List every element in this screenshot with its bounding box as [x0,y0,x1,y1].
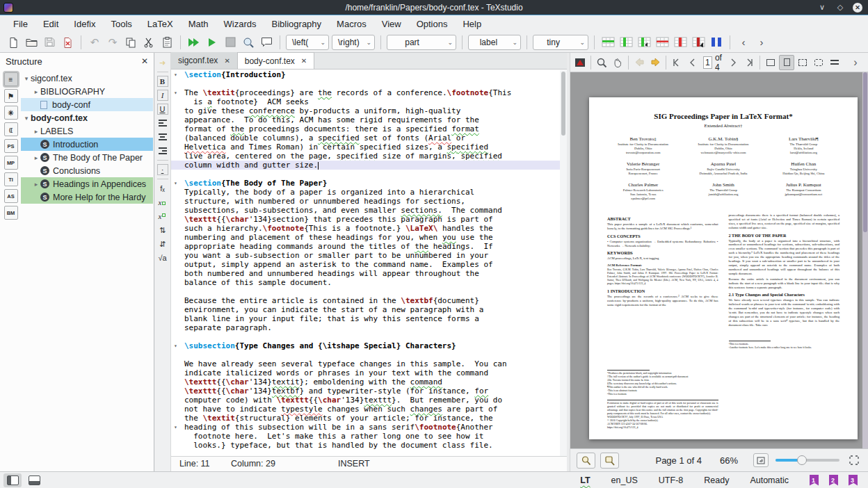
structure-item[interactable]: ▾body-conf.tex [21,111,153,124]
expand-icon[interactable]: ▸ [32,128,40,135]
code-line[interactable]: appropriate heading commands around the … [171,242,560,251]
cut-button[interactable] [140,33,158,51]
menu-bibliography[interactable]: Bibliography [264,16,330,32]
align-right-button-icon[interactable] [156,144,170,158]
menu-idefix[interactable]: Idefix [66,16,103,32]
close-icon[interactable]: ✕ [853,3,862,13]
code-line[interactable]: \texttt{{\char'134}textbf} and typewrite… [171,387,560,396]
magnifier-rect-icon[interactable] [600,453,619,469]
pdf-search-icon[interactable] [594,55,609,70]
fold-marker-icon[interactable]: ▾ [174,179,177,188]
structure-item[interactable]: ▾sigconf.tex [21,72,153,85]
symbols-panel-icon[interactable]: ✳ [4,106,18,120]
metapost-panel-icon[interactable]: MP [4,156,18,170]
close-tab-icon[interactable]: ✕ [224,57,230,65]
structure-item[interactable]: SConclusions [21,164,153,177]
bold-button-icon[interactable]: B [156,74,170,88]
menu-latex[interactable]: LaTeX [140,16,181,32]
fold-marker-icon[interactable]: ▾ [174,88,177,97]
magnifier-round-icon[interactable] [577,453,595,469]
scrollbar-thumb[interactable] [561,72,565,136]
underset-button-icon[interactable]: ⇅ [156,223,170,237]
zoom-fit-icon[interactable] [753,453,769,467]
collapse-icon[interactable]: ▾ [22,115,31,122]
view-button[interactable] [203,33,221,51]
menu-file[interactable]: File [6,16,35,32]
fit-width-icon[interactable] [763,55,778,70]
code-line[interactable]: is a footnote} ACM seeks [171,97,560,106]
menu-edit[interactable]: Edit [35,16,66,32]
code-line[interactable]: ▾heading of this subsection will be in a… [171,423,560,432]
paste-column-button[interactable] [635,33,653,51]
brackets-panel-icon[interactable]: ([ [4,122,18,136]
code-line[interactable]: to give these conference by-products a u… [171,106,560,115]
align-columns-button[interactable] [707,33,725,51]
languagetool-indicator[interactable]: LT [580,475,590,485]
pdf-scroll-area[interactable]: SIG Proceedings Paper in LaTeX Format* E… [570,72,868,448]
code-line[interactable]: subsections, sub-subsections, and even s… [171,206,560,215]
save-button[interactable] [40,33,58,51]
structure-item[interactable]: ▸SHeadings in Appendices [21,177,153,190]
close-tab-icon[interactable]: ✕ [301,57,307,65]
code-line[interactable]: footnote here. Let's make this a rather … [171,432,560,441]
code-line[interactable] [171,79,560,88]
structure-item[interactable]: ▸LABELS [21,124,153,138]
code-line[interactable]: ▾\section{Introduction} [171,70,560,79]
structure-item[interactable]: SMore Help for the Hardy [21,190,153,204]
code-line[interactable]: format of the proceedings documents: the… [171,124,560,133]
pstricks-panel-icon[interactable]: PS [4,139,18,153]
code-area[interactable]: ▾\section{Introduction}▾The \textit{proc… [171,70,560,456]
collapse-icon[interactable]: ▾ [22,75,31,82]
italic-button-icon[interactable]: I [156,88,170,102]
toggle-messages-panel-button[interactable] [25,473,43,487]
menu-help[interactable]: Help [455,16,489,32]
slider-knob[interactable] [797,455,807,465]
expand-icon[interactable]: ▸ [32,181,40,188]
code-line[interactable]: output, simply append an asterisk to the… [171,260,560,269]
first-page-icon[interactable] [669,55,684,70]
previous-document-icon[interactable]: ‹ [734,33,753,51]
tab-sigconf[interactable]: sigconf.tex ✕ [171,52,238,69]
code-line[interactable]: the \textit{structural} elements of your… [171,414,560,423]
code-line[interactable]: structure, with numbered or unnumbered h… [171,197,560,206]
add-row-button[interactable] [599,33,617,51]
structure-item[interactable]: ▸BIBLIOGRAPHY [21,85,153,98]
code-line[interactable]: looks.} typeface, but that is handled by… [171,441,560,450]
menu-math[interactable]: Math [181,16,216,32]
code-line[interactable]: blank line in your input file; that is w… [171,314,560,323]
bookmark-flag-icon[interactable]: 3 [849,475,858,486]
paste-button[interactable] [158,33,176,51]
build-and-view-button[interactable] [185,33,203,51]
beamer-panel-icon[interactable]: BM [4,206,18,220]
code-line[interactable]: Because the entire article is contained … [171,296,560,305]
structure-item[interactable]: ▸SThe Body of The Paper [21,151,153,164]
dot-accent-button-icon[interactable]: · [156,163,170,177]
code-line[interactable]: not have to indicate typestyle changes w… [171,405,560,414]
code-line[interactable]: computer code) with \texttt{{\char'134}t… [171,396,560,405]
fold-marker-icon[interactable]: ▾ [174,423,177,432]
close-document-button[interactable] [58,33,77,51]
code-line[interactable]: both numbered and unnumbered headings wi… [171,269,560,278]
back-icon[interactable] [632,55,647,70]
align-left-button-icon[interactable] [156,116,170,130]
next-page-icon[interactable] [725,55,741,70]
cut-column-button[interactable] [689,33,707,51]
add-column-button[interactable] [617,33,635,51]
code-line[interactable]: column width and gutter size. [171,161,560,170]
bookmarks-panel-icon[interactable]: ⚑ [4,89,18,103]
tab-body-conf[interactable]: body-conf.tex ✕ [238,52,314,69]
menu-wizards[interactable]: Wizards [216,16,264,32]
zoom-slider[interactable] [775,459,839,462]
code-line[interactable]: Helvetica and Times Roman) in certain sp… [171,143,560,152]
fullscreen-icon[interactable] [846,453,862,468]
scrollbar-thumb[interactable] [863,72,867,232]
pan-hand-icon[interactable] [610,55,625,70]
code-line[interactable]: ▾\subsection{Type Changes and {\itshape … [171,341,560,350]
tikz-panel-icon[interactable]: TI [4,172,18,186]
encoding-indicator[interactable]: UTF-8 [659,475,683,485]
font-size-combo[interactable]: tiny⌄ [533,35,588,50]
code-line[interactable] [171,287,560,296]
reference-combo[interactable]: label⌄ [468,35,521,50]
page-number-input[interactable]: 1 [703,56,712,69]
undo-icon[interactable]: ↶ [86,33,104,51]
